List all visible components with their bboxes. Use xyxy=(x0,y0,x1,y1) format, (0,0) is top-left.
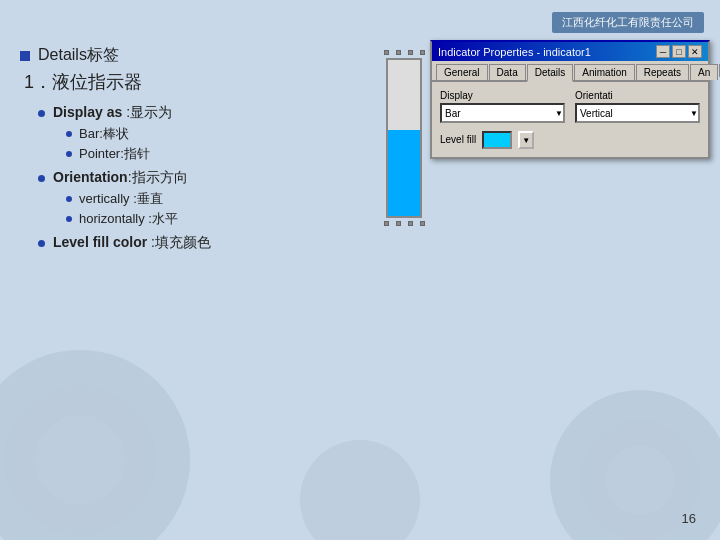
level-fill-field-label: Level fill xyxy=(440,134,476,145)
dialog-tabs: General Data Details Animation Repeats A… xyxy=(432,61,708,82)
dot xyxy=(408,50,413,55)
dot xyxy=(396,221,401,226)
tab-general[interactable]: General xyxy=(436,64,488,80)
company-title: 江西化纤化工有限责任公司 xyxy=(552,12,704,33)
bullet-small-icon xyxy=(66,151,72,157)
titlebar-buttons: ─ □ ✕ xyxy=(656,45,702,58)
orientation-select-wrapper: Vertical Horizontal xyxy=(575,103,700,123)
dot xyxy=(384,221,389,226)
bullet-small-icon xyxy=(66,131,72,137)
bullet-icon xyxy=(20,51,30,61)
subtitle: 1．液位指示器 xyxy=(24,70,360,94)
dot xyxy=(420,50,425,55)
level-fill-label: Level fill color xyxy=(53,234,147,250)
svg-point-6 xyxy=(300,440,420,540)
svg-point-5 xyxy=(605,445,675,515)
section-list: Display as :显示为 Bar:棒状 Pointer:指针 xyxy=(38,104,360,252)
orientation-field-group: Orientati Vertical Horizontal xyxy=(575,90,700,123)
list-item: Bar:棒状 xyxy=(66,125,360,143)
orientation-sub-list: vertically :垂直 horizontally :水平 xyxy=(66,190,360,228)
bullet-dot-icon xyxy=(38,110,45,117)
list-item: Pointer:指针 xyxy=(66,145,360,163)
maximize-button[interactable]: □ xyxy=(672,45,686,58)
close-button[interactable]: ✕ xyxy=(688,45,702,58)
orientation-label-cn: :指示方向 xyxy=(128,169,188,185)
display-field-group: Display Bar Pointer xyxy=(440,90,565,123)
color-dropdown-button[interactable]: ▼ xyxy=(518,131,534,149)
properties-dialog: Indicator Properties - indicator1 ─ □ ✕ … xyxy=(430,40,710,159)
level-fill-row: Level fill ▼ xyxy=(440,131,700,149)
bullet-dot-icon xyxy=(38,175,45,182)
indicator-bottom-dots xyxy=(380,221,428,226)
display-label: Display as xyxy=(53,104,122,120)
horizontal-label: horizontally :水平 xyxy=(79,210,178,228)
indicator-fill xyxy=(388,130,420,216)
main-title: Details标签 xyxy=(20,45,360,66)
svg-point-2 xyxy=(35,415,125,505)
display-select-wrapper: Bar Pointer xyxy=(440,103,565,123)
dot xyxy=(420,221,425,226)
pointer-label: Pointer:指针 xyxy=(79,145,150,163)
display-select[interactable]: Bar Pointer xyxy=(440,103,565,123)
dialog-body: Display Bar Pointer Orientati xyxy=(432,82,708,157)
bullet-small-icon xyxy=(66,216,72,222)
tab-repeats[interactable]: Repeats xyxy=(636,64,689,80)
display-label-cn: :显示为 xyxy=(122,104,172,120)
tab-an[interactable]: An xyxy=(690,64,718,80)
display-orientation-section: Display Bar Pointer Orientati xyxy=(440,90,700,123)
orientation-label: Orientation xyxy=(53,169,128,185)
indicator-top-dots xyxy=(380,50,428,55)
minimize-button[interactable]: ─ xyxy=(656,45,670,58)
indicator-bar xyxy=(386,58,422,218)
section-orientation: Orientation:指示方向 vertically :垂直 horizont… xyxy=(38,169,360,228)
vertical-label: vertically :垂直 xyxy=(79,190,163,208)
slide-number: 16 xyxy=(682,511,696,526)
tab-details[interactable]: Details xyxy=(527,64,574,82)
display-field-label: Display xyxy=(440,90,565,101)
dot xyxy=(384,50,389,55)
section-display: Display as :显示为 Bar:棒状 Pointer:指针 xyxy=(38,104,360,163)
orientation-select[interactable]: Vertical Horizontal xyxy=(575,103,700,123)
slide-content: Details标签 1．液位指示器 Display as :显示为 Bar:棒状 xyxy=(20,40,360,258)
tab-data[interactable]: Data xyxy=(489,64,526,80)
bullet-dot-icon xyxy=(38,240,45,247)
bar-label: Bar:棒状 xyxy=(79,125,129,143)
dot xyxy=(396,50,401,55)
color-preview xyxy=(482,131,512,149)
dialog-title: Indicator Properties - indicator1 xyxy=(438,46,591,58)
list-item: horizontally :水平 xyxy=(66,210,360,228)
dialog-titlebar: Indicator Properties - indicator1 ─ □ ✕ xyxy=(432,42,708,61)
section-level-fill: Level fill color :填充颜色 xyxy=(38,234,360,252)
svg-point-0 xyxy=(0,350,190,540)
level-fill-label-cn: :填充颜色 xyxy=(147,234,211,250)
tab-animation[interactable]: Animation xyxy=(574,64,634,80)
indicator-graphic xyxy=(380,50,428,250)
display-sub-list: Bar:棒状 Pointer:指针 xyxy=(66,125,360,163)
svg-point-1 xyxy=(5,385,155,535)
list-item: vertically :垂直 xyxy=(66,190,360,208)
orientation-field-label: Orientati xyxy=(575,90,700,101)
bullet-small-icon xyxy=(66,196,72,202)
dot xyxy=(408,221,413,226)
